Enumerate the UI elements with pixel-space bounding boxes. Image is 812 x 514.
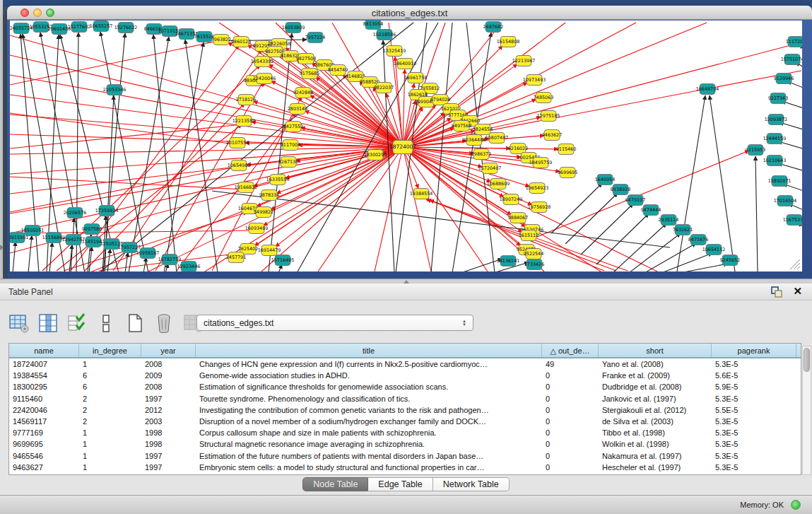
cell-in_degree[interactable]: 2 (79, 393, 141, 404)
table-row[interactable]: 1830029562008Estimation of significance … (9, 381, 801, 392)
cell-name[interactable]: 9463627 (9, 462, 79, 473)
cell-in_degree[interactable]: 1 (79, 438, 141, 450)
cell-short[interactable]: Yano et al. (2008) (599, 358, 712, 370)
cell-out_de[interactable]: 0 (542, 416, 599, 427)
show-column-icon[interactable] (37, 313, 59, 334)
cell-year[interactable]: 2009 (141, 370, 196, 381)
cell-pagerank[interactable]: 5.3E-5 (712, 462, 796, 473)
cell-short[interactable]: Tibbo et al. (1998) (599, 427, 712, 438)
node-table[interactable]: namein_degreeyeartitle△ out_de…shortpage… (8, 343, 801, 475)
table-body[interactable]: 1872400712008Changes of HCN gene express… (9, 358, 801, 473)
panel-collapse-arrow-icon[interactable] (0, 245, 4, 250)
cell-short[interactable]: Nakamura et al. (1997) (599, 450, 712, 462)
cell-in_degree[interactable]: 1 (79, 358, 141, 370)
tab-node-table[interactable]: Node Table (302, 477, 368, 491)
memory-status-indicator[interactable] (791, 500, 801, 510)
table-row[interactable]: 911546021997Tourette syndrome. Phenomeno… (9, 393, 801, 404)
cell-out_de[interactable]: 0 (542, 381, 599, 392)
cell-name[interactable]: 22420046 (9, 404, 79, 416)
canvas-resize-grip[interactable] (790, 259, 800, 269)
cell-year[interactable]: 2008 (141, 358, 196, 370)
cell-pagerank[interactable]: 5.9E-5 (712, 381, 796, 392)
cell-title[interactable]: Disruption of a novel member of a sodium… (196, 416, 542, 427)
cell-pagerank[interactable]: 5.3E-5 (712, 358, 796, 370)
cell-title[interactable]: Corpus callosum shape and size in male p… (196, 427, 542, 438)
table-row[interactable]: 1456911722003Disruption of a novel membe… (9, 416, 801, 427)
table-scrollbar[interactable] (802, 346, 811, 475)
window-titlebar[interactable]: citations_edges.txt (7, 6, 812, 20)
cell-out_de[interactable]: 49 (542, 358, 599, 370)
cell-in_degree[interactable]: 2 (79, 416, 141, 427)
close-panel-icon[interactable]: ✕ (793, 285, 802, 298)
cell-year[interactable]: 1997 (141, 450, 196, 462)
delete-trash-icon[interactable] (153, 313, 175, 334)
cell-title[interactable]: Tourette syndrome. Phenomenology and cla… (196, 393, 542, 404)
cell-name[interactable]: 9777169 (9, 427, 79, 438)
column-header-out_de[interactable]: △ out_de… (542, 344, 599, 357)
cell-out_de[interactable]: 0 (542, 438, 599, 450)
cell-name[interactable]: 14569117 (9, 416, 79, 427)
cell-short[interactable]: Hescheler et al. (1997) (599, 462, 712, 473)
cell-title[interactable]: Embryonic stem cells: a model to study s… (196, 462, 542, 473)
column-header-title[interactable]: title (196, 344, 542, 357)
cell-short[interactable]: de Silva et al. (2003) (599, 416, 712, 427)
cell-out_de[interactable]: 0 (542, 427, 599, 438)
column-header-in_degree[interactable]: in_degree (79, 344, 141, 357)
cell-title[interactable]: Changes of HCN gene expression and I(f) … (196, 358, 542, 370)
cell-in_degree[interactable]: 1 (79, 450, 141, 462)
float-panel-icon[interactable] (771, 286, 782, 298)
table-row[interactable]: 2242004622012Investigating the contribut… (9, 404, 801, 416)
column-settings-icon[interactable] (8, 313, 30, 334)
cell-out_de[interactable]: 0 (542, 450, 599, 462)
column-header-short[interactable]: short (599, 344, 712, 357)
cell-pagerank[interactable]: 5.5E-5 (712, 404, 796, 416)
cell-short[interactable]: Stergiakouli et al. (2012) (599, 404, 712, 416)
cell-pagerank[interactable]: 5.6E-5 (712, 370, 796, 381)
tab-network-table[interactable]: Network Table (433, 477, 510, 491)
cell-title[interactable]: Investigating the contribution of common… (196, 404, 542, 416)
table-scrollbar-thumb[interactable] (804, 348, 810, 372)
cell-in_degree[interactable]: 6 (79, 381, 141, 392)
table-row[interactable]: 977716911998Corpus callosum shape and si… (9, 427, 801, 438)
cell-out_de[interactable]: 0 (542, 393, 599, 404)
cell-in_degree[interactable]: 1 (79, 462, 141, 473)
cell-year[interactable]: 1997 (141, 462, 196, 473)
cell-pagerank[interactable]: 5.3E-5 (712, 416, 796, 427)
cell-name[interactable]: 18300295 (9, 381, 79, 392)
cell-title[interactable]: Estimation of the future numbers of pati… (196, 450, 542, 462)
cell-title[interactable]: Genome-wide association studies in ADHD. (196, 370, 542, 381)
cell-year[interactable]: 2012 (141, 404, 196, 416)
cell-year[interactable]: 2008 (141, 381, 196, 392)
cell-out_de[interactable]: 0 (542, 404, 599, 416)
cell-name[interactable]: 9699695 (9, 438, 79, 450)
cell-short[interactable]: Dudbridge et al. (2008) (599, 381, 712, 392)
tab-edge-table[interactable]: Edge Table (368, 477, 433, 491)
table-header-row[interactable]: namein_degreeyeartitle△ out_de…shortpage… (9, 344, 801, 358)
cell-in_degree[interactable]: 1 (79, 427, 141, 438)
cell-name[interactable]: 19384554 (9, 370, 79, 381)
cell-pagerank[interactable]: 5.3E-5 (712, 393, 796, 404)
column-header-year[interactable]: year (141, 344, 196, 357)
cell-year[interactable]: 1998 (141, 438, 196, 450)
cell-short[interactable]: Jankovic et al. (1997) (599, 393, 712, 404)
cell-short[interactable]: Wolkin et al. (1998) (599, 438, 712, 450)
cell-year[interactable]: 1997 (141, 393, 196, 404)
cell-name[interactable]: 18724007 (9, 358, 79, 370)
table-row[interactable]: 946362711997Embryonic stem cells: a mode… (9, 462, 801, 473)
cell-title[interactable]: Structural magnetic resonance image aver… (196, 438, 542, 450)
column-header-name[interactable]: name (9, 344, 79, 357)
clear-selection-icon[interactable] (95, 313, 117, 334)
cell-title[interactable]: Estimation of significance thresholds fo… (196, 381, 542, 392)
cell-name[interactable]: 9115460 (9, 393, 79, 404)
cell-out_de[interactable]: 0 (542, 370, 599, 381)
cell-name[interactable]: 9465546 (9, 450, 79, 462)
cell-pagerank[interactable]: 5.3E-5 (712, 438, 796, 450)
table-row[interactable]: 946554611997Estimation of the future num… (9, 450, 801, 462)
table-row[interactable]: 1872400712008Changes of HCN gene express… (9, 358, 801, 370)
cell-pagerank[interactable]: 5.3E-5 (712, 450, 796, 462)
table-row[interactable]: 1938455462009Genome-wide association stu… (9, 370, 801, 381)
cell-out_de[interactable]: 0 (542, 462, 599, 473)
table-selector-combobox[interactable]: citations_edges.txt ▲▼ (196, 315, 473, 331)
select-all-columns-icon[interactable] (66, 313, 88, 334)
panel-splitter[interactable] (0, 279, 812, 284)
